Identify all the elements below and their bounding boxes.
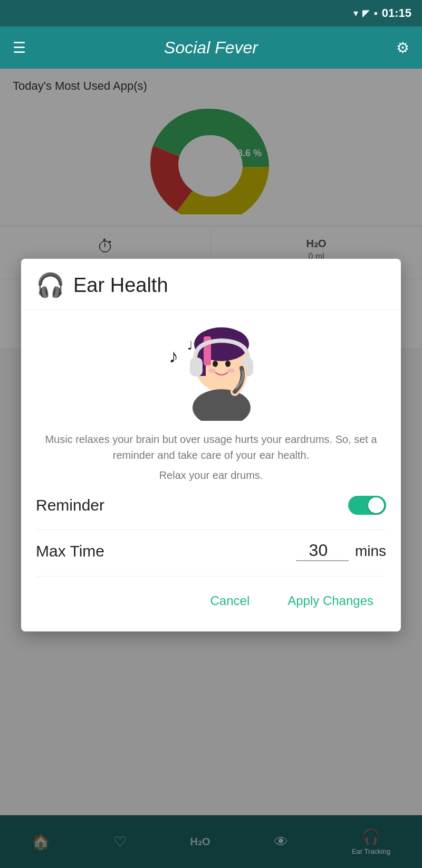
actions-divider: [36, 576, 386, 577]
dialog-body: ♪ ♩: [21, 310, 401, 631]
svg-text:♪: ♪: [169, 345, 178, 367]
app-title: Social Fever: [164, 38, 258, 58]
signal-icon: ◤: [362, 7, 370, 19]
apply-changes-button[interactable]: Apply Changes: [279, 587, 382, 615]
status-bar: ▾ ◤ ▪ 01:15: [0, 0, 422, 26]
reminder-label: Reminder: [36, 496, 104, 514]
dialog-title: Ear Health: [73, 274, 168, 297]
svg-point-14: [193, 389, 251, 421]
dialog-divider: [36, 530, 386, 530]
svg-point-9: [225, 361, 231, 367]
background-content: Today's Most Used App(s) 49.0 % 28.6 % ⏱…: [0, 69, 422, 868]
max-time-row: Max Time mins: [36, 541, 386, 561]
toggle-knob: [368, 497, 384, 513]
wifi-icon: ▾: [353, 7, 358, 19]
ear-health-dialog: 🎧 Ear Health ♪ ♩: [21, 259, 401, 631]
dialog-overlay: 🎧 Ear Health ♪ ♩: [0, 69, 422, 868]
status-time: 01:15: [382, 6, 411, 20]
dialog-actions: Cancel Apply Changes: [36, 587, 386, 619]
reminder-row: Reminder: [36, 496, 386, 515]
svg-point-10: [208, 369, 216, 373]
settings-icon[interactable]: ⚙: [396, 39, 409, 56]
illustration-container: ♪ ♩: [36, 320, 386, 421]
girl-illustration: ♪ ♩: [153, 320, 269, 421]
status-icons: ▾ ◤ ▪ 01:15: [353, 6, 411, 20]
hamburger-menu-icon[interactable]: ☰: [13, 39, 26, 56]
secondary-description: Relax your ear drums.: [36, 467, 386, 483]
battery-icon: ▪: [374, 7, 378, 20]
description-text: Music relaxes your brain but over usage …: [36, 431, 386, 483]
dialog-header: 🎧 Ear Health: [21, 259, 401, 310]
svg-rect-12: [190, 357, 203, 376]
max-time-label: Max Time: [36, 542, 296, 560]
svg-point-8: [213, 361, 218, 367]
ear-health-header-icon: 🎧: [36, 271, 65, 299]
cancel-button[interactable]: Cancel: [202, 587, 258, 615]
svg-text:♩: ♩: [187, 339, 193, 352]
max-time-input[interactable]: [296, 541, 349, 561]
time-unit: mins: [355, 543, 386, 560]
svg-point-11: [227, 369, 235, 373]
reminder-toggle[interactable]: [348, 496, 386, 515]
app-bar: ☰ Social Fever ⚙: [0, 26, 422, 69]
primary-description: Music relaxes your brain but over usage …: [45, 433, 377, 461]
